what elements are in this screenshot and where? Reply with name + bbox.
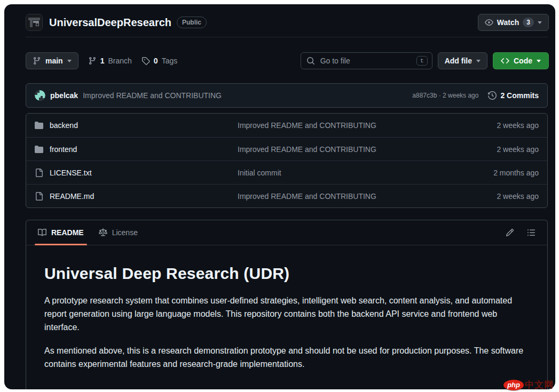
commits-count-label: 2 Commits: [500, 91, 539, 100]
pencil-icon[interactable]: [506, 228, 514, 237]
go-to-file-search[interactable]: t: [301, 52, 432, 69]
add-file-button[interactable]: Add file: [438, 52, 487, 69]
commit-sha-time[interactable]: a887c3b · 2 weeks ago: [412, 92, 478, 99]
tab-readme[interactable]: README: [30, 220, 91, 245]
commits-history-link[interactable]: 2 Commits: [488, 91, 539, 100]
file-name-link[interactable]: README.md: [50, 192, 94, 201]
code-button[interactable]: Code: [493, 52, 549, 69]
readme-paragraph: A prototype research system that combine…: [44, 294, 529, 334]
header-divider: [26, 37, 548, 37]
file-name-link[interactable]: backend: [50, 121, 78, 130]
file-icon: [35, 192, 43, 201]
tags-label: Tags: [162, 57, 178, 65]
commit-author-avatar[interactable]: [35, 90, 45, 101]
watermark-text: 中文网: [525, 379, 554, 391]
repo-title[interactable]: UniversalDeepResearch: [49, 17, 171, 29]
keyboard-shortcut-badge: t: [416, 56, 428, 66]
tag-icon: [141, 57, 150, 65]
file-icon: [35, 169, 43, 177]
chevron-down-icon: [538, 21, 542, 24]
book-icon: [38, 228, 46, 237]
search-icon: [306, 57, 315, 65]
watch-count: 3: [523, 18, 534, 27]
repo-stats: 1 Branch 0 Tags: [88, 57, 178, 65]
file-age: 2 weeks ago: [459, 145, 539, 154]
latest-commit-bar: pbelcak Improved README and CONTRIBUTING…: [26, 83, 548, 108]
file-commit-message[interactable]: Improved README and CONTRIBUTING: [238, 192, 459, 201]
readme-card: README License Universal Deep Research (…: [26, 220, 548, 389]
commit-author[interactable]: pbelcak: [50, 91, 78, 100]
branch-selector-button[interactable]: main: [26, 52, 78, 69]
readme-heading: Universal Deep Research (UDR): [44, 265, 529, 283]
file-commit-message[interactable]: Initial commit: [238, 169, 459, 177]
search-input[interactable]: [319, 56, 412, 66]
tab-license-label: License: [112, 228, 138, 237]
branches-label: Branch: [108, 57, 131, 65]
chevron-down-icon: [476, 60, 481, 62]
git-branch-icon: [88, 57, 97, 65]
watch-button[interactable]: Watch 3: [478, 14, 549, 31]
tags-count: 0: [154, 57, 158, 65]
add-file-label: Add file: [445, 57, 472, 65]
file-age: 2 weeks ago: [459, 192, 539, 201]
eye-icon: [485, 18, 493, 27]
code-label: Code: [514, 57, 532, 65]
php-cn-watermark: php 中文网: [503, 379, 554, 391]
repo-page: UniversalDeepResearch Public Watch 3 mai…: [4, 4, 555, 389]
commit-message[interactable]: Improved README and CONTRIBUTING: [83, 91, 222, 100]
tab-readme-label: README: [51, 228, 84, 237]
chevron-down-icon: [67, 60, 72, 62]
law-icon: [99, 228, 107, 237]
tags-link[interactable]: 0 Tags: [141, 57, 177, 65]
file-name-link[interactable]: frontend: [50, 145, 77, 154]
readme-paragraph: As mentioned above, this is a research d…: [44, 345, 529, 371]
readme-content: Universal Deep Research (UDR) A prototyp…: [26, 245, 547, 371]
table-row[interactable]: README.md Improved README and CONTRIBUTI…: [26, 184, 547, 207]
repo-toolbar: main 1 Branch 0 Tags: [26, 52, 549, 69]
file-name-link[interactable]: LICENSE.txt: [50, 169, 92, 177]
branches-link[interactable]: 1 Branch: [88, 57, 132, 65]
file-age: 2 weeks ago: [459, 121, 539, 130]
readme-actions: [506, 228, 543, 237]
file-age: 2 months ago: [459, 169, 539, 177]
readme-tab-bar: README License: [26, 220, 547, 245]
nvidia-logo-icon: [26, 14, 42, 30]
folder-icon: [35, 145, 43, 154]
watch-label: Watch: [497, 18, 519, 27]
code-icon: [501, 57, 509, 65]
table-row[interactable]: LICENSE.txt Initial commit 2 months ago: [26, 161, 547, 184]
file-table: backend Improved README and CONTRIBUTING…: [26, 113, 548, 208]
file-commit-message[interactable]: Improved README and CONTRIBUTING: [238, 121, 459, 130]
branches-count: 1: [100, 57, 105, 65]
table-row[interactable]: frontend Improved README and CONTRIBUTIN…: [26, 137, 547, 161]
tab-license[interactable]: License: [91, 220, 145, 245]
chevron-down-icon: [537, 60, 541, 62]
table-row[interactable]: backend Improved README and CONTRIBUTING…: [26, 114, 547, 137]
repo-owner-avatar[interactable]: [26, 14, 43, 31]
git-branch-icon: [33, 57, 41, 65]
file-commit-message[interactable]: Improved README and CONTRIBUTING: [238, 145, 459, 154]
current-branch-label: main: [45, 57, 63, 65]
history-icon: [488, 91, 497, 100]
repo-header: UniversalDeepResearch Public Watch 3: [26, 12, 549, 33]
visibility-badge: Public: [177, 17, 207, 28]
folder-icon: [35, 121, 43, 130]
outline-list-icon[interactable]: [527, 228, 536, 237]
php-logo: php: [503, 380, 524, 390]
